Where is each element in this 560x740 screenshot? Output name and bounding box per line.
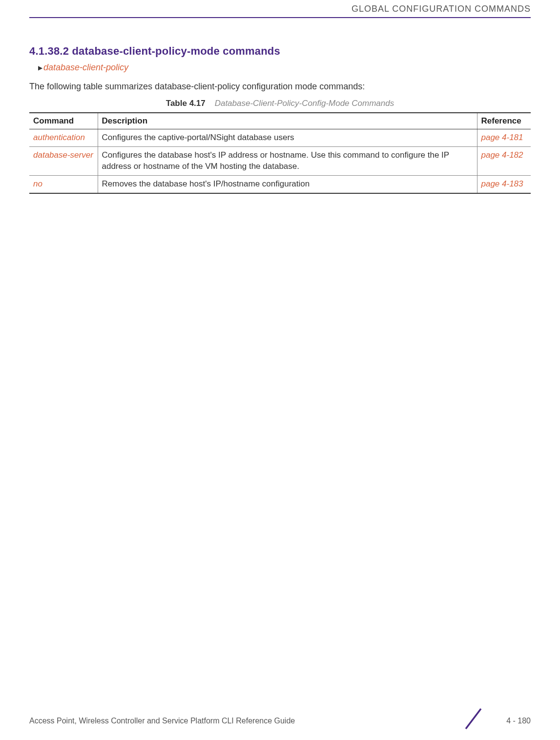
page-reference-link[interactable]: page 4-182: [481, 150, 523, 160]
breadcrumb-link[interactable]: database-client-policy: [43, 62, 128, 73]
command-link[interactable]: database-server: [33, 150, 93, 160]
description-cell: Removes the database host's IP/hostname …: [98, 175, 477, 193]
th-reference: Reference: [477, 113, 531, 129]
footer-guide-title: Access Point, Wireless Controller and Se…: [29, 717, 295, 725]
commands-table: Command Description Reference authentica…: [29, 112, 531, 194]
th-command: Command: [29, 113, 98, 129]
footer-page-number: 4 - 180: [506, 717, 531, 725]
triangle-right-icon: ▶: [38, 64, 42, 71]
table-row: database-server Configures the database …: [29, 146, 531, 175]
page-reference-link[interactable]: page 4-181: [481, 133, 523, 142]
table-label: Table 4.17: [166, 99, 206, 108]
table-caption: Table 4.17 Database-Client-Policy-Config…: [29, 99, 531, 108]
main-content: 4.1.38.2 database-client-policy-mode com…: [29, 18, 531, 194]
intro-paragraph: The following table summarizes database-…: [29, 82, 531, 92]
description-cell: Configures the database host's IP addres…: [98, 146, 477, 175]
running-title: GLOBAL CONFIGURATION COMMANDS: [352, 4, 531, 14]
page-reference-link[interactable]: page 4-183: [481, 179, 523, 188]
description-cell: Configures the captive-portal/NSight dat…: [98, 129, 477, 147]
table-header-row: Command Description Reference: [29, 113, 531, 129]
breadcrumb: ▶ database-client-policy: [38, 62, 531, 73]
th-description: Description: [98, 113, 477, 129]
running-header: GLOBAL CONFIGURATION COMMANDS: [29, 0, 531, 18]
command-link[interactable]: authentication: [33, 133, 85, 142]
section-heading: 4.1.38.2 database-client-policy-mode com…: [29, 45, 531, 58]
table-row: authentication Configures the captive-po…: [29, 129, 531, 147]
page-footer: Access Point, Wireless Controller and Se…: [0, 717, 560, 725]
command-link[interactable]: no: [33, 179, 42, 188]
table-row: no Removes the database host's IP/hostna…: [29, 175, 531, 193]
table-title: Database-Client-Policy-Config-Mode Comma…: [215, 99, 394, 108]
